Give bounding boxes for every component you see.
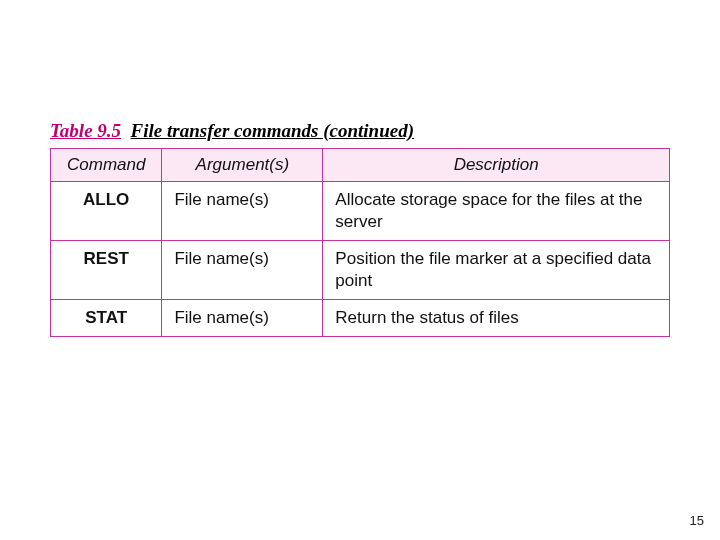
file-transfer-table: Command Argument(s) Description ALLO Fil… [50, 148, 670, 337]
slide-content: Table 9.5 File transfer commands (contin… [0, 0, 720, 337]
cell-description: Return the status of files [323, 300, 670, 337]
cell-command: ALLO [51, 182, 162, 241]
col-header-arguments: Argument(s) [162, 149, 323, 182]
table-header-row: Command Argument(s) Description [51, 149, 670, 182]
cell-arguments: File name(s) [162, 182, 323, 241]
table-row: ALLO File name(s) Allocate storage space… [51, 182, 670, 241]
col-header-command: Command [51, 149, 162, 182]
table-caption: Table 9.5 File transfer commands (contin… [50, 120, 670, 142]
cell-command: STAT [51, 300, 162, 337]
table-title: File transfer commands (continued) [131, 120, 414, 141]
table-row: STAT File name(s) Return the status of f… [51, 300, 670, 337]
table-ref: Table 9.5 [50, 120, 121, 141]
cell-command: REST [51, 241, 162, 300]
cell-arguments: File name(s) [162, 241, 323, 300]
cell-description: Allocate storage space for the files at … [323, 182, 670, 241]
cell-description: Position the file marker at a specified … [323, 241, 670, 300]
table-row: REST File name(s) Position the file mark… [51, 241, 670, 300]
col-header-description: Description [323, 149, 670, 182]
cell-arguments: File name(s) [162, 300, 323, 337]
page-number: 15 [690, 513, 704, 528]
